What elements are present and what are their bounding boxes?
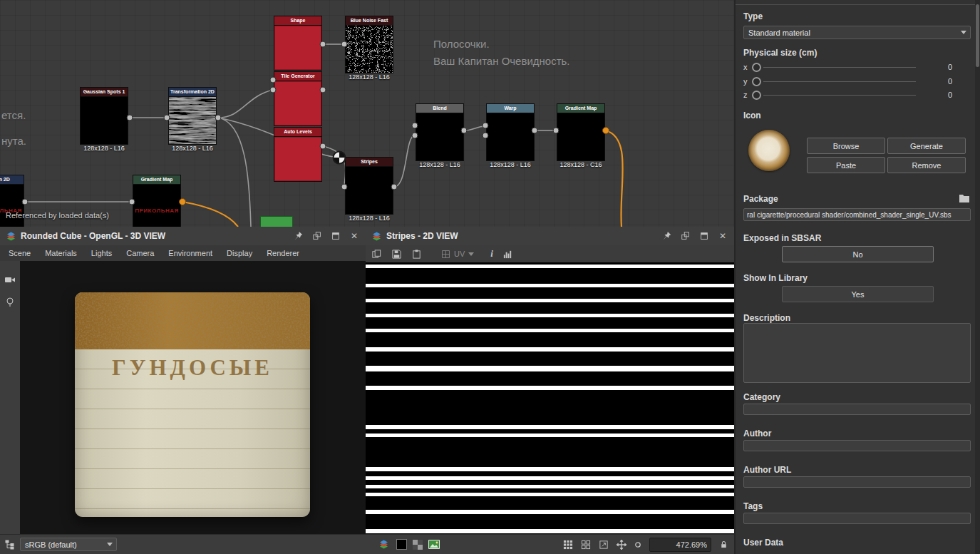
tags-input[interactable] — [743, 513, 971, 524]
axis-z-slider-handle[interactable] — [752, 91, 761, 100]
description-textarea[interactable] — [743, 323, 971, 383]
pin-icon[interactable] — [293, 230, 304, 242]
lock-zoom-icon[interactable] — [719, 540, 728, 550]
light-bulb-icon[interactable] — [4, 297, 16, 308]
background-image-icon[interactable] — [428, 540, 440, 549]
graph-node-warp[interactable]: Warp 128x128 - L16 — [486, 103, 535, 161]
folder-icon[interactable] — [959, 193, 970, 203]
menu-materials[interactable]: Materials — [45, 249, 77, 257]
graph-node-gradient-map[interactable]: Gradient Map 128x128 - C16 — [557, 103, 605, 161]
stripe — [366, 493, 734, 496]
float-window-icon[interactable] — [311, 230, 323, 242]
info-icon[interactable]: i — [490, 248, 493, 260]
close-icon[interactable]: ✕ — [717, 230, 728, 242]
graph-node-partial-green[interactable] — [260, 216, 293, 227]
graph-node-tile-generator[interactable]: Tile Generator — [274, 71, 322, 126]
exposed-in-sbsar-toggle[interactable]: No — [782, 246, 934, 262]
2d-view-panel: Stripes - 2D VIEW ✕ UV i — [366, 227, 734, 554]
pan-icon[interactable] — [617, 540, 626, 550]
chevron-down-icon — [107, 543, 113, 546]
graph-node-blue-noise-fast[interactable]: Blue Noise Fast 128x128 - L16 — [345, 16, 393, 73]
node-thumbnail — [486, 113, 535, 161]
tiling-icon[interactable] — [581, 540, 591, 550]
colorspace-select[interactable]: sRGB (default) — [20, 538, 117, 551]
package-path-input[interactable] — [743, 208, 971, 221]
grid-toggle-icon[interactable] — [563, 540, 573, 550]
graph-comment-fragment: нута. — [1, 133, 26, 150]
thumbnail-red-text: ПРИКОЛЬНАЯ — [133, 207, 180, 214]
2d-texture-canvas[interactable] — [366, 262, 734, 535]
pin-icon[interactable] — [661, 230, 673, 242]
axis-z-value[interactable]: 0 — [948, 91, 952, 99]
node-title: Auto Levels — [274, 127, 322, 136]
graph-node-gradient-map-2[interactable]: Gradient Map ПРИКОЛЬНАЯ — [133, 175, 181, 227]
stripe — [366, 434, 734, 437]
stripe — [366, 485, 734, 488]
remove-button[interactable]: Remove — [887, 157, 966, 173]
histogram-icon[interactable] — [502, 249, 513, 260]
2d-view-toolbar: UV i — [366, 245, 734, 263]
axis-x-slider-track[interactable] — [763, 67, 916, 68]
axis-x-slider-handle[interactable] — [752, 63, 761, 72]
3d-viewport[interactable]: ГУНДОСЫЕ — [20, 261, 366, 535]
axis-y-slider-handle[interactable] — [752, 77, 761, 86]
author-url-label: Author URL — [743, 465, 791, 475]
graph-node-blend[interactable]: Blend 128x128 - L16 — [416, 103, 464, 161]
maximize-icon[interactable] — [698, 230, 710, 242]
camera-icon[interactable] — [4, 274, 16, 285]
3d-view-header: Rounded Cube - OpenGL - 3D VIEW ✕ — [0, 227, 366, 246]
menu-environment[interactable]: Environment — [168, 249, 212, 257]
node-graph-canvas[interactable]: Gaussian Spots 1 128x128 - L16 Transform… — [0, 0, 734, 227]
menu-renderer[interactable]: Renderer — [267, 249, 299, 257]
zoom-level-input[interactable] — [649, 538, 711, 552]
close-icon[interactable]: ✕ — [349, 230, 360, 242]
node-title: ation 2D — [0, 175, 24, 184]
show-in-library-toggle[interactable]: Yes — [782, 286, 934, 302]
background-color-swatch[interactable] — [396, 539, 407, 550]
substance-doc-icon — [6, 231, 16, 242]
graph-node-shape[interactable]: Shape — [274, 16, 322, 71]
category-input[interactable] — [743, 404, 971, 415]
menu-lights[interactable]: Lights — [91, 249, 112, 257]
paste-image-icon[interactable] — [411, 249, 422, 260]
axis-x-value[interactable]: 0 — [948, 63, 952, 71]
scrollbar-handle[interactable] — [976, 4, 979, 67]
properties-panel: Type Standard material Physical size (cm… — [736, 0, 980, 554]
menu-scene[interactable]: Scene — [9, 249, 31, 257]
tree-view-icon[interactable] — [4, 539, 16, 550]
author-url-input[interactable] — [743, 476, 971, 488]
graph-node-transformation-2d[interactable]: Transformation 2D 128x128 - L16 — [168, 87, 217, 145]
node-body — [274, 25, 322, 71]
generate-button[interactable]: Generate — [887, 138, 966, 154]
fit-view-icon[interactable] — [599, 540, 609, 550]
properties-scrollbar[interactable] — [975, 0, 980, 554]
save-image-icon[interactable] — [391, 249, 402, 260]
description-label: Description — [743, 313, 790, 323]
menu-camera[interactable]: Camera — [126, 249, 154, 257]
author-input[interactable] — [743, 440, 971, 451]
checker-background-icon[interactable] — [413, 540, 423, 550]
rendered-cube: ГУНДОСЫЕ — [75, 292, 310, 517]
float-window-icon[interactable] — [680, 230, 691, 242]
type-label: Type — [743, 11, 763, 21]
browse-button[interactable]: Browse — [807, 138, 885, 154]
graph-node-gaussian-spots[interactable]: Gaussian Spots 1 128x128 - L16 — [80, 87, 128, 145]
node-thumbnail — [557, 113, 605, 161]
graph-node-auto-levels[interactable]: Auto Levels — [274, 127, 322, 182]
graph-node-stripes[interactable]: Stripes 128x128 - L16 — [345, 157, 393, 215]
menu-display[interactable]: Display — [227, 249, 252, 257]
stripe — [366, 347, 734, 352]
paste-button[interactable]: Paste — [807, 157, 885, 173]
node-title: Gradient Map — [557, 103, 605, 113]
stripe — [366, 467, 734, 471]
maximize-icon[interactable] — [330, 230, 341, 242]
zoom-reset-icon[interactable] — [634, 541, 641, 548]
node-title: Gradient Map — [133, 175, 181, 184]
uv-mode-dropdown[interactable]: UV — [441, 250, 474, 259]
axis-y-value[interactable]: 0 — [948, 77, 952, 86]
type-select[interactable]: Standard material — [743, 26, 971, 39]
comment-line-1: Полосочки. — [433, 36, 570, 53]
axis-y-slider-track[interactable] — [763, 81, 916, 82]
axis-z-slider-track[interactable] — [763, 95, 916, 96]
copy-image-icon[interactable] — [371, 249, 382, 260]
